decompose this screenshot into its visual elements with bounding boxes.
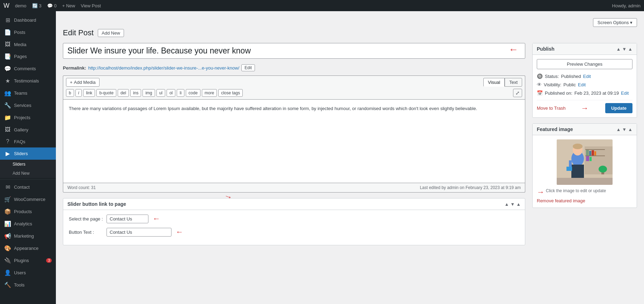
fmt-link[interactable]: link	[83, 89, 95, 97]
permalink-url[interactable]: http://localhost/demo/index.php/slider/s…	[88, 65, 239, 71]
visibility-edit-link[interactable]: Edit	[578, 82, 586, 87]
status-value: Published	[561, 74, 581, 79]
featured-image-body: → Click the image to edit or update Remo…	[533, 135, 637, 208]
sidebar-item-woocommerce[interactable]: 🛒 WooCommerce	[0, 193, 56, 205]
editor-content[interactable]: There are many variations of passages of…	[63, 99, 525, 183]
publish-visibility-row: 👁 Visibility: Public Edit	[537, 82, 632, 87]
remove-featured-image-link[interactable]: Remove featured image	[537, 198, 585, 203]
visibility-value: Public	[563, 82, 576, 87]
sidebar-item-contact[interactable]: ✉ Contact	[0, 181, 56, 193]
update-button[interactable]: Update	[605, 103, 632, 113]
edit-post-layout: ← Permalink: http://localhost/demo/index…	[63, 43, 637, 245]
publish-collapse-down[interactable]: ▼	[622, 46, 627, 52]
sidebar-item-products[interactable]: 📦 Products	[0, 205, 56, 218]
sidebar-item-teams[interactable]: 👥 Teams	[0, 87, 56, 99]
calendar-icon: 📅	[537, 90, 543, 96]
fmt-bold[interactable]: b	[66, 89, 74, 97]
add-media-button[interactable]: + Add Media	[66, 78, 100, 87]
meta-box-close[interactable]: ▲	[516, 202, 521, 207]
permalink-label: Permalink:	[63, 65, 86, 71]
sidebar-item-gallery[interactable]: 🖼 Gallery	[0, 124, 56, 136]
sidebar-item-sliders[interactable]: ▶ Sliders	[0, 147, 56, 160]
preview-changes-button[interactable]: Preview Changes	[537, 59, 632, 69]
services-icon: 🔧	[4, 102, 11, 109]
adminbar-site[interactable]: demo	[15, 3, 27, 8]
sidebar-item-appearance[interactable]: 🎨 Appearance	[0, 242, 56, 254]
editor-footer: Word count: 31 Last edited by admin on F…	[63, 183, 525, 193]
publish-close[interactable]: ▲	[628, 46, 632, 52]
meta-box-collapse-up[interactable]: ▲	[504, 202, 509, 207]
fmt-li[interactable]: li	[177, 89, 184, 97]
fmt-close-tags[interactable]: close tags	[218, 89, 243, 97]
featured-image-thumbnail[interactable]	[557, 139, 613, 185]
featured-close[interactable]: ▲	[628, 127, 632, 132]
page-select-value[interactable]: Contact Us	[107, 215, 148, 223]
sidebar-item-pages[interactable]: 📑 Pages	[0, 50, 56, 63]
screen-options-button[interactable]: Screen Options ▾	[593, 18, 637, 27]
published-edit-link[interactable]: Edit	[621, 91, 629, 96]
dashboard-icon: ⊞	[4, 17, 11, 23]
sidebar-item-services[interactable]: 🔧 Services	[0, 99, 56, 111]
fmt-img[interactable]: img	[142, 89, 155, 97]
featured-image-header: Featured image ▲ ▼ ▲	[533, 124, 637, 135]
meta-box-header[interactable]: Slider button link to page ▲ ▼ ▲	[63, 198, 525, 210]
sidebar-item-comments[interactable]: 💬 Comments	[0, 63, 56, 75]
sidebar-item-users[interactable]: 👤 Users	[0, 267, 56, 279]
sidebar-item-dashboard[interactable]: ⊞ Dashboard	[0, 14, 56, 26]
visibility-icon: 👁	[537, 82, 542, 87]
analytics-icon: 📊	[4, 220, 11, 227]
users-icon: 👤	[4, 269, 11, 276]
move-to-trash-link[interactable]: Move to Trash	[537, 106, 565, 111]
fmt-code[interactable]: code	[186, 89, 200, 97]
sidebar-item-marketing[interactable]: 📢 Marketing	[0, 230, 56, 242]
publish-collapse-up[interactable]: ▲	[616, 46, 621, 52]
visual-tab[interactable]: Visual	[483, 78, 505, 87]
sidebar-item-analytics[interactable]: 📊 Analytics	[0, 218, 56, 230]
featured-image-box: Featured image ▲ ▼ ▲	[532, 123, 637, 208]
visual-text-tabs: Visual Text	[483, 78, 522, 87]
fmt-italic[interactable]: i	[75, 89, 82, 97]
fmt-ol[interactable]: ol	[167, 89, 175, 97]
fmt-del[interactable]: del	[118, 89, 129, 97]
adminbar-comments[interactable]: 💬 0	[47, 3, 57, 8]
featured-collapse-up[interactable]: ▲	[616, 127, 621, 132]
adminbar-updates[interactable]: 🔄 3	[32, 3, 42, 8]
wp-logo[interactable]: W	[3, 2, 9, 9]
adminbar-new[interactable]: + New	[62, 3, 75, 8]
status-edit-link[interactable]: Edit	[583, 74, 591, 79]
add-new-button[interactable]: Add New	[98, 29, 124, 37]
text-tab[interactable]: Text	[505, 78, 522, 87]
editor-toolbar: + Add Media Visual Text b i link b-quote	[63, 75, 525, 99]
woocommerce-icon: 🛒	[4, 196, 11, 203]
featured-collapse-down[interactable]: ▼	[622, 127, 627, 132]
button-text-input[interactable]	[107, 228, 171, 237]
svg-rect-3	[585, 155, 605, 156]
submenu-item-add-new[interactable]: Add New	[0, 169, 56, 178]
submenu-item-sliders[interactable]: Sliders	[0, 160, 56, 169]
sidebar-item-media[interactable]: 🖼 Media	[0, 38, 56, 50]
admin-bar: W demo 🔄 3 💬 0 + New View Post Howdy, ad…	[0, 0, 644, 11]
sidebar-item-faqs[interactable]: ? FAQs	[0, 136, 56, 147]
fmt-ins[interactable]: ins	[130, 89, 141, 97]
sidebar-item-testimonials[interactable]: ★ Testimonials	[0, 75, 56, 87]
meta-box-collapse-down[interactable]: ▼	[510, 202, 515, 207]
sliders-icon: ▶	[4, 150, 11, 157]
adminbar-view-post[interactable]: View Post	[81, 3, 101, 8]
sidebar-item-plugins[interactable]: 🔌 Plugins 3	[0, 254, 56, 267]
page-header: Edit Post Add New	[63, 28, 637, 37]
expand-editor-button[interactable]: ⤢	[513, 89, 522, 97]
sidebar-item-projects[interactable]: 📁 Projects	[0, 111, 56, 124]
wp-wrap: ⊞ Dashboard 📄 Posts 🖼 Media 📑 Pages 💬 Co…	[0, 11, 644, 304]
fmt-ul[interactable]: ul	[156, 89, 165, 97]
main-content: Screen Options ▾ Edit Post Add New ← Per…	[56, 11, 644, 304]
post-title-input[interactable]	[63, 43, 525, 59]
sidebar-item-tools[interactable]: 🔨 Tools	[0, 279, 56, 291]
svg-rect-8	[586, 156, 589, 161]
sliders-submenu: Sliders Add New	[0, 160, 56, 178]
svg-rect-15	[571, 165, 584, 179]
sidebar-item-posts[interactable]: 📄 Posts	[0, 26, 56, 38]
screen-options-bar: Screen Options ▾	[63, 18, 637, 27]
permalink-edit-button[interactable]: Edit	[241, 64, 255, 71]
fmt-bquote[interactable]: b-quote	[96, 89, 116, 97]
fmt-more[interactable]: more	[202, 89, 217, 97]
